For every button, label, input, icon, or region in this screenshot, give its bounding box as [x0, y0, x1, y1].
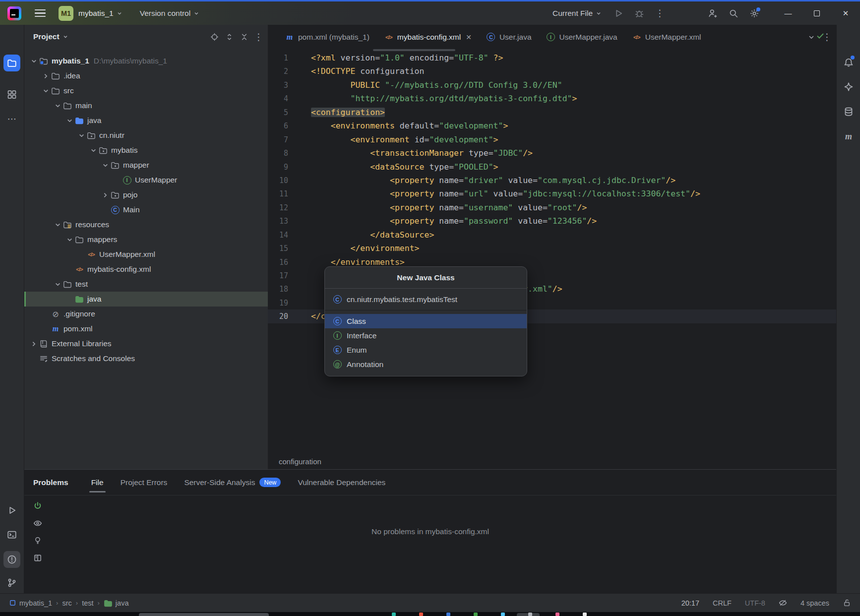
- popup-option-enum[interactable]: EEnum: [325, 343, 527, 357]
- tree-chevron-icon[interactable]: [40, 88, 51, 94]
- quick-fix-button[interactable]: [32, 535, 43, 546]
- taskbar-app-icon[interactable]: [419, 613, 423, 616]
- tree-item-src[interactable]: src: [24, 83, 268, 98]
- tree-item-gitignore[interactable]: ⊘.gitignore: [24, 307, 268, 321]
- status-breadcrumb-src[interactable]: src: [62, 599, 71, 607]
- database-tool-button[interactable]: [840, 103, 857, 120]
- debug-button[interactable]: [629, 5, 650, 22]
- popup-option-class[interactable]: CClass: [325, 314, 527, 328]
- editor-area[interactable]: mpom.xml (mybatis_1)</>mybatis-config.xm…: [268, 25, 836, 469]
- tree-item-resources[interactable]: resources: [24, 217, 268, 232]
- maven-tool-button[interactable]: m: [840, 128, 857, 145]
- tree-chevron-icon[interactable]: [52, 222, 63, 228]
- tree-chevron-icon[interactable]: [52, 282, 63, 287]
- taskbar-app-icon[interactable]: [474, 613, 478, 616]
- taskbar-app-icon[interactable]: [392, 613, 396, 616]
- problems-tab-server-side-analysis[interactable]: Server-Side AnalysisNew: [184, 470, 281, 495]
- status-20-17[interactable]: 20:17: [681, 599, 699, 607]
- tree-item-java[interactable]: java: [24, 292, 268, 307]
- tree-chevron-icon[interactable]: [64, 237, 75, 243]
- tree-item-mybatis-1[interactable]: mybatis_1D:\mybatis\mybatis_1: [24, 54, 268, 68]
- collapse-all-button[interactable]: [237, 30, 251, 44]
- tab-close-icon[interactable]: ✕: [466, 33, 472, 41]
- run-tool-button[interactable]: [3, 502, 20, 519]
- project-tool-button[interactable]: [3, 55, 20, 71]
- tree-item-java[interactable]: java: [24, 113, 268, 128]
- version-control-tool-button[interactable]: [3, 574, 20, 591]
- status-breadcrumb-mybatis-1[interactable]: mybatis_1: [9, 599, 52, 607]
- tree-item-pom-xml[interactable]: mpom.xml: [24, 321, 268, 336]
- tree-item-mapper[interactable]: mapper: [24, 158, 268, 173]
- tree-item-scratches-and-consoles[interactable]: Scratches and Consoles: [24, 351, 268, 366]
- popup-option-interface[interactable]: IInterface: [325, 328, 527, 343]
- tab-mybatis-config-xml[interactable]: </>mybatis-config.xml✕: [377, 25, 479, 49]
- tree-chevron-icon[interactable]: [100, 163, 111, 168]
- panel-options-button[interactable]: ⋮: [251, 30, 266, 44]
- tree-chevron-icon[interactable]: [64, 118, 75, 123]
- tree-chevron-icon[interactable]: [52, 103, 63, 109]
- problems-tab-project-errors[interactable]: Project Errors: [121, 470, 168, 495]
- version-control-menu[interactable]: Version control: [140, 9, 191, 18]
- notifications-button[interactable]: [840, 54, 857, 71]
- tree-chevron-icon[interactable]: [76, 133, 87, 138]
- tree-chevron-icon[interactable]: [40, 73, 51, 79]
- tree-chevron-icon[interactable]: [28, 59, 39, 64]
- tree-item-mappers[interactable]: mappers: [24, 232, 268, 247]
- tree-item-main[interactable]: main: [24, 98, 268, 113]
- taskbar-app-icon[interactable]: [501, 613, 505, 616]
- hidden-tabs-button[interactable]: [807, 33, 815, 41]
- main-menu-button[interactable]: [35, 9, 46, 17]
- status-4-spaces[interactable]: 4 spaces: [800, 599, 829, 607]
- problems-title[interactable]: Problems: [33, 478, 68, 487]
- status-crlf[interactable]: CRLF: [713, 599, 732, 607]
- problems-tab-vulnerable-dependencies[interactable]: Vulnerable Dependencies: [298, 470, 385, 495]
- tree-item-cn-niutr[interactable]: cn.niutr: [24, 128, 268, 143]
- problems-tab-file[interactable]: File: [91, 470, 104, 495]
- tree-chevron-icon[interactable]: [100, 192, 111, 198]
- tree-item-usermapper-xml[interactable]: </>UserMapper.xml: [24, 247, 268, 262]
- taskbar-app-icon[interactable]: [555, 613, 559, 616]
- tree-chevron-icon[interactable]: [28, 341, 39, 347]
- class-name-input[interactable]: C cn.niutr.mybatis.test.mybatisTest: [325, 289, 527, 310]
- search-everywhere-button[interactable]: [723, 5, 744, 22]
- tree-item-mybatis[interactable]: mybatis: [24, 143, 268, 158]
- tab-pom-xml-mybatis-1[interactable]: mpom.xml (mybatis_1): [278, 25, 377, 49]
- tab-user-java[interactable]: CUser.java: [479, 25, 539, 49]
- chevron-down-icon[interactable]: [194, 11, 199, 16]
- maximize-button[interactable]: [802, 2, 831, 24]
- status-breadcrumb-java[interactable]: java: [104, 599, 129, 608]
- run-config-selector[interactable]: Current File: [553, 9, 601, 18]
- chevron-down-icon[interactable]: [63, 34, 68, 39]
- terminal-tool-button[interactable]: [3, 526, 20, 543]
- run-button[interactable]: [608, 5, 629, 22]
- unlock-icon[interactable]: [843, 599, 851, 607]
- status-breadcrumb-test[interactable]: test: [82, 599, 93, 607]
- taskbar-app-icon[interactable]: [583, 613, 587, 616]
- code-with-me-button[interactable]: [702, 5, 723, 22]
- eye-off-icon[interactable]: [779, 599, 787, 607]
- more-actions-button[interactable]: ⋮: [650, 5, 671, 22]
- taskbar-app-icon[interactable]: [528, 613, 532, 616]
- tree-item-pojo[interactable]: pojo: [24, 187, 268, 202]
- reader-mode-button[interactable]: [32, 553, 43, 563]
- expand-all-button[interactable]: [222, 30, 237, 44]
- taskbar-window-bump[interactable]: [139, 613, 269, 616]
- close-button[interactable]: ✕: [831, 2, 860, 24]
- tree-item-main[interactable]: CMain: [24, 202, 268, 217]
- inspection-ok-icon[interactable]: [815, 31, 825, 41]
- ai-assistant-button[interactable]: [840, 78, 857, 95]
- tab-usermapper-xml[interactable]: </>UserMapper.xml: [625, 25, 709, 49]
- tab-usermapper-java[interactable]: IUserMapper.java: [539, 25, 625, 49]
- chevron-down-icon[interactable]: [117, 11, 122, 16]
- popup-option-annotation[interactable]: @Annotation: [325, 357, 527, 371]
- structure-tool-button[interactable]: [3, 86, 20, 103]
- tree-item-idea[interactable]: .idea: [24, 68, 268, 83]
- select-opened-file-button[interactable]: [207, 30, 222, 44]
- taskbar-app-icon[interactable]: [446, 613, 450, 616]
- more-tools-button[interactable]: ⋯: [3, 110, 20, 127]
- tree-chevron-icon[interactable]: [88, 148, 99, 153]
- tree-item-mybatis-config-xml[interactable]: </>mybatis-config.xml: [24, 262, 268, 277]
- tree-item-test[interactable]: test: [24, 277, 268, 292]
- project-name[interactable]: mybatis_1: [78, 9, 114, 18]
- tree-item-external-libraries[interactable]: External Libraries: [24, 336, 268, 351]
